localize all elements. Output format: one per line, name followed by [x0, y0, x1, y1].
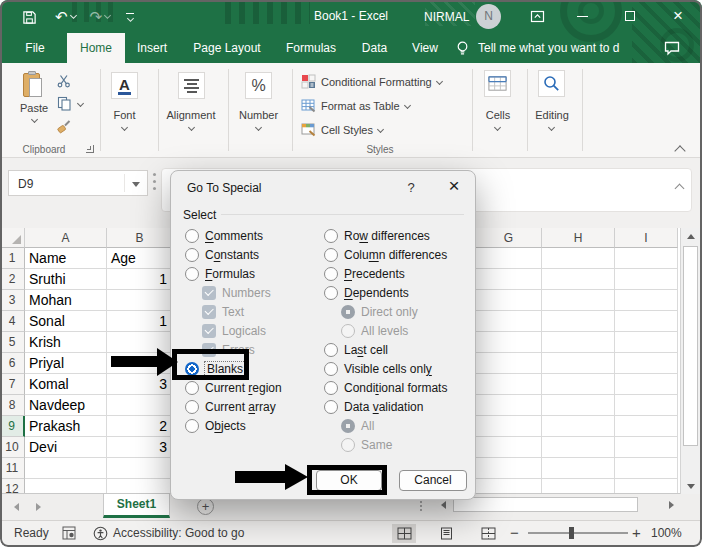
editing-icon[interactable] — [538, 70, 565, 97]
cell-I3[interactable] — [615, 290, 678, 311]
cell-I7[interactable] — [615, 374, 678, 395]
option-conditional-formats[interactable]: Conditional formats — [324, 378, 447, 397]
tab-scrollbar-divider[interactable] — [420, 501, 422, 513]
zoom-level[interactable]: 100% — [651, 526, 682, 540]
radio-dependents[interactable] — [324, 286, 338, 300]
row-header-3[interactable]: 3 — [0, 290, 25, 311]
option-comments[interactable]: Comments — [185, 226, 263, 245]
radio-column-differences[interactable] — [324, 248, 338, 262]
tab-page-layout[interactable]: Page Layout — [184, 33, 270, 63]
select-all-corner[interactable] — [0, 228, 25, 248]
cell-B7[interactable]: 3 — [107, 374, 173, 395]
option-row-differences[interactable]: Row differences — [324, 226, 430, 245]
radio-current-region[interactable] — [185, 381, 199, 395]
cell-H11[interactable] — [542, 458, 615, 479]
option-column-differences[interactable]: Column differences — [324, 245, 447, 264]
copy-dropdown-caret[interactable] — [77, 100, 84, 107]
radio-row-differences[interactable] — [324, 229, 338, 243]
cell-A3[interactable]: Mohan — [25, 290, 107, 311]
horizontal-scrollbar-thumb[interactable] — [453, 497, 638, 512]
cell-A4[interactable]: Sonal — [25, 311, 107, 332]
format-painter-icon[interactable] — [57, 119, 72, 138]
tab-formulas[interactable]: Formulas — [279, 33, 343, 63]
row-header-8[interactable]: 8 — [0, 395, 25, 416]
cell-B12[interactable] — [107, 479, 173, 493]
cell-G7[interactable] — [476, 374, 542, 395]
cell-H4[interactable] — [542, 311, 615, 332]
cut-icon[interactable] — [57, 74, 71, 92]
normal-view-button[interactable] — [392, 524, 416, 543]
option-data-validation[interactable]: Data validation — [324, 397, 423, 416]
cell-A7[interactable]: Komal — [25, 374, 107, 395]
cell-G5[interactable] — [476, 332, 542, 353]
cell-A5[interactable]: Krish — [25, 332, 107, 353]
cell-G12[interactable] — [476, 479, 542, 493]
column-header-b[interactable]: B — [107, 228, 173, 248]
number-group-button[interactable]: Number — [231, 109, 286, 121]
cell-I4[interactable] — [615, 311, 678, 332]
ribbon-display-options-icon[interactable] — [520, 0, 554, 32]
user-name[interactable]: NIRMAL — [424, 10, 469, 24]
sheet-tab[interactable]: Sheet1 — [103, 494, 170, 518]
collapse-ribbon-icon[interactable] — [674, 145, 685, 156]
tab-view[interactable]: View — [404, 33, 446, 63]
avatar[interactable]: N — [476, 4, 501, 29]
cell-B10[interactable]: 3 — [107, 437, 173, 458]
radio-objects[interactable] — [185, 419, 199, 433]
cell-styles-button[interactable]: Cell Styles — [301, 122, 383, 138]
cell-G6[interactable] — [476, 353, 542, 374]
cell-A6[interactable]: Priyal — [25, 353, 107, 374]
option-objects[interactable]: Objects — [185, 416, 246, 435]
editing-caret[interactable] — [548, 124, 555, 131]
editing-group-button[interactable]: Editing — [531, 109, 573, 121]
option-precedents[interactable]: Precedents — [324, 264, 405, 283]
prev-sheet-icon[interactable] — [14, 503, 19, 511]
row-header-11[interactable]: 11 — [0, 458, 25, 479]
tab-insert[interactable]: Insert — [130, 33, 174, 63]
radio-current-array[interactable] — [185, 400, 199, 414]
cell-I8[interactable] — [615, 395, 678, 416]
cells-group-button[interactable]: Cells — [478, 109, 518, 121]
cell-H3[interactable] — [542, 290, 615, 311]
cell-I9[interactable] — [615, 416, 678, 437]
radio-conditional-formats[interactable] — [324, 381, 338, 395]
option-last-cell[interactable]: Last cell — [324, 340, 388, 359]
font-group-button[interactable]: Font — [101, 109, 148, 121]
copy-icon[interactable] — [57, 96, 72, 115]
page-layout-view-button[interactable] — [434, 524, 458, 543]
cell-I6[interactable] — [615, 353, 678, 374]
zoom-out-icon[interactable]: − — [510, 524, 519, 541]
dialog-close-button[interactable]: × — [442, 173, 466, 199]
next-sheet-icon[interactable] — [36, 503, 41, 511]
cell-G8[interactable] — [476, 395, 542, 416]
alignment-group-button[interactable]: Alignment — [161, 109, 221, 121]
undo-icon[interactable]: ↶ — [55, 8, 76, 26]
macro-record-icon[interactable] — [62, 526, 76, 543]
cell-B11[interactable] — [107, 458, 173, 479]
tab-file[interactable]: File — [14, 33, 56, 63]
tab-data[interactable]: Data — [352, 33, 397, 63]
scroll-right-icon[interactable] — [664, 497, 679, 513]
font-caret[interactable] — [121, 124, 128, 131]
column-header-h[interactable]: H — [542, 228, 615, 248]
radio-visible-cells-only[interactable] — [324, 362, 338, 376]
cell-G3[interactable] — [476, 290, 542, 311]
alignment-caret[interactable] — [188, 124, 195, 131]
clipboard-dialog-launcher-icon[interactable] — [86, 145, 94, 153]
cell-G2[interactable] — [476, 269, 542, 290]
cell-H10[interactable] — [542, 437, 615, 458]
horizontal-scrollbar[interactable] — [436, 497, 679, 513]
customize-quick-access-icon[interactable] — [126, 13, 134, 21]
cell-G10[interactable] — [476, 437, 542, 458]
cell-H12[interactable] — [542, 479, 615, 493]
cell-A11[interactable] — [25, 458, 107, 479]
paste-button[interactable]: Paste — [14, 72, 54, 122]
option-current-array[interactable]: Current array — [185, 397, 276, 416]
row-header-10[interactable]: 10 — [0, 437, 25, 458]
format-as-table-button[interactable]: Format as Table — [301, 98, 410, 114]
save-icon[interactable] — [22, 10, 37, 25]
row-header-6[interactable]: 6 — [0, 353, 25, 374]
close-button[interactable]: × — [661, 0, 695, 32]
cell-I10[interactable] — [615, 437, 678, 458]
scroll-down-icon[interactable] — [680, 478, 700, 494]
